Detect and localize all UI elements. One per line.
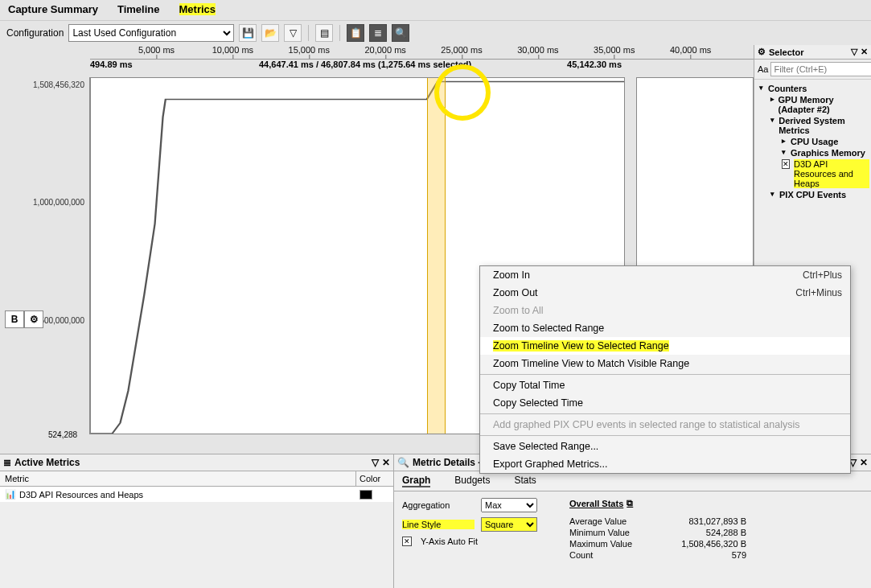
y-axis: 1,508,456,320 1,000,000,000 500,000,000	[0, 77, 90, 434]
collapse-icon[interactable]: ▽	[372, 457, 379, 468]
close-icon[interactable]: ✕	[860, 457, 868, 468]
selected-range[interactable]	[427, 78, 446, 434]
tab-metrics[interactable]: Metrics	[179, 3, 216, 15]
ctx-zoom-timeline-selected[interactable]: Zoom Timeline View to Selected Range	[480, 337, 850, 355]
tree-derived[interactable]: Derived System Metrics	[779, 116, 869, 135]
checkbox-checked-icon[interactable]: ✕	[782, 159, 790, 169]
tree-graphics-memory[interactable]: Graphics Memory	[791, 148, 865, 158]
ctx-zoom-timeline-match[interactable]: Zoom Timeline View to Match Visible Rang…	[480, 355, 850, 372]
selector-title: Selector	[769, 47, 803, 57]
ruler-tick: 35,000 ms	[594, 45, 635, 55]
stat-avg-value: 831,027,893 B	[658, 516, 746, 526]
line-style-label: Line Style	[402, 520, 475, 529]
am-header-metric[interactable]: Metric	[0, 471, 356, 486]
tab-capture-summary[interactable]: Capture Summary	[8, 3, 98, 15]
line-style-select[interactable]: Square	[481, 517, 537, 532]
y-tick: 1,508,456,320	[33, 80, 84, 88]
tree-gpu-memory[interactable]: GPU Memory (Adapter #2)	[779, 95, 870, 114]
selector-tree: ▾Counters ▸GPU Memory (Adapter #2) ▾Deri…	[754, 80, 871, 204]
stat-min-value: 524,288 B	[658, 528, 746, 537]
tab-timeline[interactable]: Timeline	[117, 3, 160, 15]
overall-stats-title: Overall Stats	[569, 499, 623, 508]
config-label: Configuration	[6, 27, 64, 39]
close-icon[interactable]: ✕	[861, 47, 868, 57]
list-icon[interactable]: ≣	[369, 24, 387, 42]
search-icon: 🔍	[397, 457, 409, 468]
ctx-zoom-out[interactable]: Zoom OutCtrl+Minus	[480, 284, 850, 302]
gear-icon[interactable]: ⚙	[24, 310, 43, 328]
time-right: 45,142.30 ms	[567, 60, 622, 69]
ctx-zoom-in[interactable]: Zoom InCtrl+Plus	[480, 266, 850, 284]
md-tab-graph[interactable]: Graph	[402, 475, 430, 487]
dropdown-chevron-icon[interactable]: ▽	[284, 24, 302, 42]
yaxis-autofit-checkbox[interactable]: ✕	[402, 537, 412, 546]
stat-max-value: 1,508,456,320 B	[658, 539, 746, 549]
time-center: 44,647.41 ms / 46,807.84 ms (1,275.64 ms…	[259, 60, 471, 69]
md-tab-budgets[interactable]: Budgets	[454, 475, 490, 487]
aggregation-label: Aggregation	[402, 500, 475, 510]
clipboard-icon[interactable]: 📋	[347, 24, 364, 42]
panel-icon[interactable]: ▤	[315, 24, 333, 42]
stat-count-value: 579	[658, 550, 746, 560]
time-ruler[interactable]: 5,000 ms 10,000 ms 15,000 ms 20,000 ms 2…	[90, 45, 754, 60]
ruler-tick: 5,000 ms	[138, 45, 175, 55]
y-tick-bottom: 524,288	[48, 430, 77, 439]
b-button[interactable]: B	[5, 310, 24, 328]
tree-pix-cpu[interactable]: PIX CPU Events	[779, 190, 846, 199]
collapse-icon[interactable]: ▽	[851, 47, 857, 57]
ruler-tick: 30,000 ms	[517, 45, 558, 55]
ruler-tick: 25,000 ms	[441, 45, 482, 55]
gear-icon[interactable]: ⚙	[758, 47, 766, 57]
close-icon[interactable]: ✕	[382, 457, 390, 468]
stat-min-label: Minimum Value	[569, 528, 658, 537]
active-metrics-panel: ≣ Active Metrics ▽ ✕ Metric Color 📊D3D A…	[0, 454, 394, 588]
active-metric-row[interactable]: 📊D3D API Resources and Heaps	[0, 487, 393, 503]
toolbar-separator	[339, 25, 340, 41]
active-metric-name: D3D API Resources and Heaps	[19, 490, 143, 500]
aggregation-select[interactable]: Max	[481, 498, 537, 512]
ctx-save-selected[interactable]: Save Selected Range...	[480, 438, 850, 455]
ctx-add-stat: Add graphed PIX CPU events in selected r…	[480, 416, 850, 434]
stat-avg-label: Average Value	[569, 516, 658, 526]
tree-cpu-usage[interactable]: CPU Usage	[791, 137, 838, 146]
tree-counters[interactable]: Counters	[768, 84, 807, 93]
md-tab-stats[interactable]: Stats	[514, 475, 536, 487]
tree-d3d-api[interactable]: D3D API Resources and Heaps	[794, 159, 869, 188]
time-summary-row: 494.89 ms 44,647.41 ms / 46,807.84 ms (1…	[0, 60, 754, 72]
ruler-tick: 10,000 ms	[212, 45, 253, 55]
chart-icon: 📊	[5, 489, 16, 500]
ctx-zoom-all: Zoom to All	[480, 302, 850, 319]
save-icon[interactable]: 💾	[239, 24, 257, 42]
ctx-zoom-selected[interactable]: Zoom to Selected Range	[480, 319, 850, 337]
ctx-copy-total[interactable]: Copy Total Time	[480, 376, 850, 394]
stat-count-label: Count	[569, 550, 658, 560]
stat-max-label: Maximum Value	[569, 539, 658, 549]
active-metrics-title: Active Metrics	[14, 457, 80, 468]
context-menu: Zoom InCtrl+Plus Zoom OutCtrl+Minus Zoom…	[479, 265, 851, 474]
ctx-export-metrics[interactable]: Export Graphed Metrics...	[480, 455, 850, 473]
list-icon: ≣	[3, 457, 11, 468]
selector-filter-input[interactable]	[770, 62, 871, 76]
ctx-copy-selected[interactable]: Copy Selected Time	[480, 394, 850, 412]
config-select[interactable]: Last Used Configuration	[68, 24, 234, 42]
y-tick: 500,000,000	[39, 315, 84, 324]
y-tick: 1,000,000,000	[33, 198, 84, 207]
ruler-tick: 15,000 ms	[289, 45, 330, 55]
ruler-tick: 20,000 ms	[364, 45, 405, 55]
time-left: 494.89 ms	[90, 60, 133, 69]
toolbar-separator	[308, 25, 309, 41]
color-swatch[interactable]	[359, 490, 372, 500]
am-header-color[interactable]: Color	[356, 471, 393, 486]
search-icon[interactable]: 🔍	[392, 24, 409, 42]
aa-icon: Aa	[758, 64, 768, 74]
copy-icon[interactable]: ⧉	[627, 498, 633, 508]
metric-details-panel: 🔍 Metric Details - D3D API Resources and…	[394, 454, 871, 588]
yaxis-autofit-label: Y-Axis Auto Fit	[421, 537, 478, 546]
ruler-tick: 40,000 ms	[670, 45, 711, 55]
open-icon[interactable]: 📂	[261, 24, 279, 42]
